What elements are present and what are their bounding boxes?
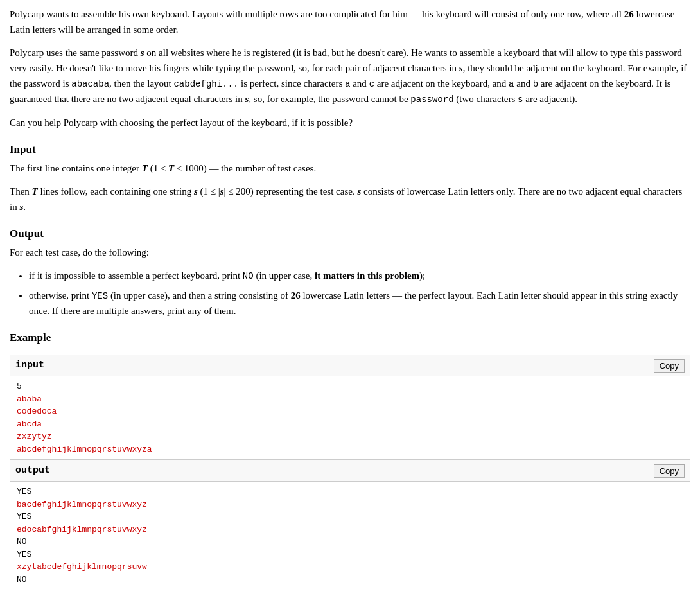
example-output-content: YESbacdefghijklmnopqrstuvwxyzYESedocabfg… — [10, 482, 690, 590]
input-desc-1: The first line contains one integer T (1… — [10, 161, 690, 176]
output-bullet-2: otherwise, print YES (in upper case), an… — [29, 288, 690, 319]
example-output-header: output Copy — [10, 460, 690, 482]
example-output-block: output Copy YESbacdefghijklmnopqrstuvwxy… — [10, 460, 690, 590]
input-title: Input — [10, 141, 690, 158]
intro-paragraph-1: Polycarp wants to assemble his own keybo… — [10, 6, 690, 37]
output-intro: For each test case, do the following: — [10, 245, 690, 260]
copy-input-button[interactable]: Copy — [654, 359, 685, 373]
output-bullet-1: if it is impossible to assemble a perfec… — [29, 268, 690, 283]
example-input-block: input Copy 5ababacodedocaabcdazxzytyzabc… — [10, 355, 690, 460]
example-input-header: input Copy — [10, 355, 690, 376]
input-desc-2: Then T lines follow, each containing one… — [10, 184, 690, 215]
example-title: Example — [10, 329, 690, 349]
intro-paragraph-3: Can you help Polycarp with choosing the … — [10, 115, 690, 130]
copy-output-button[interactable]: Copy — [654, 464, 685, 478]
output-list: if it is impossible to assemble a perfec… — [29, 268, 690, 319]
input-label: input — [15, 358, 44, 373]
output-title: Output — [10, 225, 690, 242]
output-label: output — [15, 463, 50, 478]
example-input-content: 5ababacodedocaabcdazxzytyzabcdefghijklmn… — [10, 376, 690, 459]
intro-paragraph-2: Polycarp uses the same password s on all… — [10, 45, 690, 107]
